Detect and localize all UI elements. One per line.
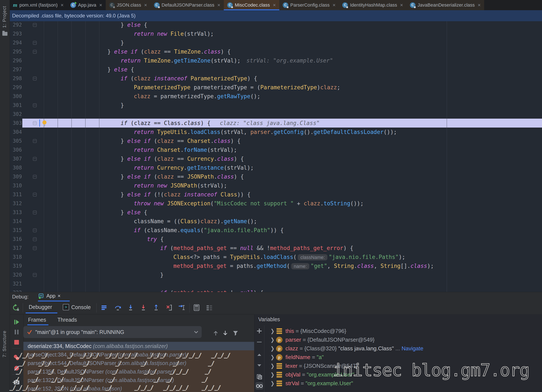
variable-row[interactable]: ❯this = {MiscCodec@796} <box>264 327 542 335</box>
previous-frame-icon[interactable] <box>212 329 220 337</box>
show-watches-button[interactable] <box>255 382 263 389</box>
code-line[interactable]: 314className = ((Class)clazz).getName(); <box>10 217 542 226</box>
variable-row[interactable]: ❯strVal = "org.example.User" <box>264 379 542 388</box>
code-line[interactable]: 300clazz = parmeterizedType.getRawType()… <box>10 92 542 101</box>
code-line[interactable]: 318Class<?> paths = TypeUtils.loadClass(… <box>10 252 542 262</box>
evaluate-expression-icon[interactable] <box>193 304 201 312</box>
remove-watch-button[interactable] <box>255 338 263 346</box>
run-to-cursor-icon[interactable] <box>178 304 186 312</box>
step-over-icon[interactable] <box>114 304 122 312</box>
code-line[interactable]: 293return new File(strVal); <box>10 29 542 38</box>
close-icon[interactable]: × <box>332 2 336 8</box>
code-line[interactable]: 294} <box>10 38 542 47</box>
editor-tab[interactable]: CJavaBeanDeserializer.class× <box>406 0 484 10</box>
fold-marker-icon[interactable] <box>33 273 37 277</box>
rerun-button[interactable] <box>12 304 20 312</box>
editor-tab[interactable]: CJSON.class× <box>106 0 151 10</box>
fold-marker-icon[interactable] <box>33 157 37 161</box>
code-line[interactable]: 315if (className.equals("java.nio.file.P… <box>10 226 542 235</box>
close-icon[interactable]: × <box>99 2 102 8</box>
folder-icon[interactable] <box>2 32 7 36</box>
code-line[interactable]: 313} else { <box>10 208 542 217</box>
tab-console[interactable]: > Console <box>63 304 91 310</box>
code-line[interactable]: 297} else { <box>10 65 542 74</box>
tab-frames[interactable]: Frames <box>28 317 46 323</box>
code-line[interactable]: 309} else if (clazz == JSONPath.class) { <box>10 172 542 181</box>
chevron-right-icon[interactable]: ❯ <box>269 363 276 369</box>
editor-tab[interactable]: CIdentityHashMap.class× <box>339 0 406 10</box>
code-line[interactable]: 302 <box>10 110 542 119</box>
code-line[interactable]: 298if (clazz instanceof ParameterizedTyp… <box>10 74 542 83</box>
close-icon[interactable]: × <box>273 2 276 8</box>
fold-marker-icon[interactable] <box>33 175 37 179</box>
code-line[interactable]: 311} else if (!(clazz instanceof Class))… <box>10 190 542 199</box>
layout-settings-icon[interactable] <box>205 304 213 312</box>
fold-marker-icon[interactable] <box>33 103 37 107</box>
code-line[interactable]: 301} <box>10 101 542 110</box>
close-icon[interactable]: × <box>217 2 220 8</box>
close-icon[interactable]: × <box>478 2 481 8</box>
move-down-button[interactable] <box>255 362 263 369</box>
code-line[interactable]: 316try { <box>10 235 542 244</box>
duplicate-watch-button[interactable] <box>255 373 263 380</box>
code-line[interactable]: 322if (method_paths_get != null) { <box>10 288 542 292</box>
add-watch-button[interactable] <box>255 327 263 335</box>
code-editor[interactable]: 292} else {293return new File(strVal);29… <box>10 21 542 292</box>
chevron-right-icon[interactable]: ❯ <box>269 380 276 387</box>
editor-tab[interactable]: CApp.java× <box>67 0 106 10</box>
code-line[interactable]: 308return Currency.getInstance(strVal); <box>10 163 542 172</box>
fold-marker-icon[interactable] <box>33 211 37 214</box>
fold-marker-icon[interactable] <box>33 23 37 27</box>
editor-tab[interactable]: CDefaultJSONParser.class× <box>151 0 224 10</box>
fold-marker-icon[interactable] <box>33 246 37 250</box>
code-line[interactable]: 321 <box>10 279 542 288</box>
more-icon[interactable] <box>100 304 108 312</box>
chevron-right-icon[interactable]: ❯ <box>269 372 276 378</box>
fold-marker-icon[interactable] <box>33 229 37 232</box>
close-icon[interactable]: × <box>400 2 403 8</box>
debug-session-tab[interactable]: App × <box>38 293 61 299</box>
code-line[interactable]: 320} <box>10 270 542 279</box>
fold-marker-icon[interactable] <box>33 121 37 125</box>
move-up-button[interactable] <box>255 351 263 358</box>
code-line[interactable]: 304return TypeUtils.loadClass(strVal, pa… <box>10 128 542 136</box>
code-line[interactable]: 295} else if (clazz == TimeZone.class) { <box>10 47 542 56</box>
close-icon[interactable]: × <box>58 293 61 299</box>
code-line[interactable]: 306return Charset.forName(strVal); <box>10 145 542 154</box>
chevron-right-icon[interactable]: ❯ <box>269 328 276 334</box>
code-line[interactable]: 310return new JSONPath(strVal); <box>10 181 542 190</box>
code-line[interactable]: 305} else if (clazz == Charset.class) { <box>10 136 542 145</box>
code-line[interactable]: 292} else { <box>10 21 542 29</box>
stack-frame-row[interactable]: deserialze:334, MiscCodec (com.alibaba.f… <box>23 342 254 350</box>
step-out-icon[interactable] <box>152 304 160 312</box>
step-into-icon[interactable] <box>127 304 135 312</box>
resume-button[interactable] <box>13 318 21 326</box>
fold-marker-icon[interactable] <box>33 50 37 54</box>
editor-tab[interactable]: mpom.xml (fastjson)× <box>10 0 67 10</box>
fold-marker-icon[interactable] <box>33 77 37 80</box>
tab-debugger[interactable]: Debugger <box>29 304 52 310</box>
fold-marker-icon[interactable] <box>33 139 37 143</box>
code-line[interactable]: 299ParameterizedType parmeterizedType = … <box>10 83 542 92</box>
pause-button[interactable] <box>13 328 21 336</box>
tab-threads[interactable]: Threads <box>57 317 77 323</box>
force-step-into-icon[interactable] <box>139 304 147 312</box>
code-line[interactable]: 312throw new JSONException("MiscCodec no… <box>10 199 542 208</box>
stop-button[interactable] <box>13 338 21 346</box>
code-line[interactable]: 307} else if (clazz == Currency.class) { <box>10 154 542 163</box>
editor-tab[interactable]: CMiscCodec.class× <box>224 0 279 10</box>
code-line[interactable]: 319method_paths_get = paths.getMethod(na… <box>10 262 542 270</box>
fold-marker-icon[interactable] <box>33 193 37 196</box>
navigate-link[interactable]: Navigate <box>402 345 423 352</box>
chevron-right-icon[interactable]: ❯ <box>269 354 276 360</box>
code-line[interactable]: 303if (clazz == Class.class) { clazz: "c… <box>10 119 542 128</box>
intention-bulb-icon[interactable] <box>42 120 47 126</box>
code-line[interactable]: 317if (method_paths_get == null && !meth… <box>10 244 542 252</box>
variable-row[interactable]: ❯pclazz = {Class@320} "class java.lang.C… <box>264 344 542 353</box>
chevron-right-icon[interactable]: ❯ <box>269 345 276 352</box>
fold-marker-icon[interactable] <box>33 237 37 241</box>
filter-icon[interactable] <box>231 329 239 337</box>
drop-frame-icon[interactable] <box>165 304 173 312</box>
editor-tab[interactable]: CParserConfig.class× <box>279 0 339 10</box>
thread-selector-dropdown[interactable]: "main"@1 in group "main": RUNNING <box>23 326 202 338</box>
